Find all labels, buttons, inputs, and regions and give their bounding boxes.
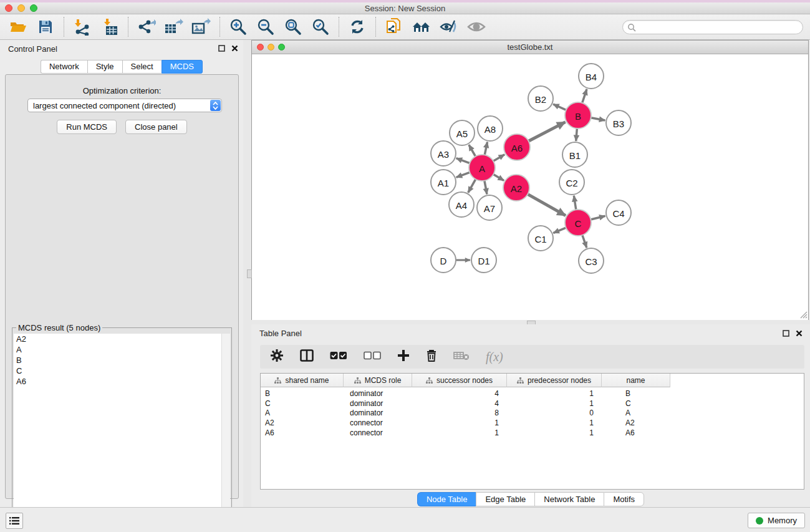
float-panel-icon[interactable] <box>783 330 789 337</box>
deselect-all-checkboxes-icon[interactable] <box>364 351 381 362</box>
splitpane-divider-handle[interactable] <box>247 269 252 278</box>
node-A8[interactable]: A8 <box>478 116 503 141</box>
run-mcds-button[interactable]: Run MCDS <box>57 120 117 134</box>
column-header-successor-nodes[interactable]: successor nodes <box>412 374 507 387</box>
node-A7[interactable]: A7 <box>477 195 502 220</box>
cell-predecessor-nodes[interactable]: 1 <box>507 418 602 428</box>
node-D1[interactable]: D1 <box>471 248 496 273</box>
node-B4[interactable]: B4 <box>579 64 604 89</box>
tab-motifs[interactable]: Motifs <box>604 492 644 506</box>
table-row[interactable]: Adominator80A <box>261 408 670 418</box>
function-builder-icon[interactable]: f(x) <box>486 350 503 364</box>
cell-predecessor-nodes[interactable]: 1 <box>507 428 602 438</box>
cell-shared-name[interactable]: A6 <box>261 428 344 438</box>
result-list-item[interactable]: C <box>14 365 223 376</box>
criterion-dropdown[interactable]: largest connected component (directed) <box>27 99 222 112</box>
zoom-out-icon[interactable] <box>255 17 276 37</box>
open-file-icon[interactable] <box>7 17 29 37</box>
cell-MCDS-role[interactable]: connector <box>344 418 412 428</box>
edge-A-A5[interactable] <box>469 145 476 157</box>
node-A2[interactable]: A2 <box>503 175 529 201</box>
cell-name[interactable]: C <box>602 399 670 409</box>
edge-A-A8[interactable] <box>485 142 487 155</box>
network-window-titlebar[interactable]: testGlobe.txt <box>252 41 808 54</box>
edge-A-A7[interactable] <box>485 181 487 195</box>
close-panel-icon[interactable] <box>796 330 803 337</box>
result-scrollbar[interactable] <box>221 334 230 532</box>
cell-name[interactable]: A6 <box>602 428 670 438</box>
memory-button[interactable]: Memory <box>748 513 805 528</box>
export-table-icon[interactable] <box>163 17 185 37</box>
close-panel-button[interactable]: Close panel <box>125 120 187 134</box>
cell-name[interactable]: B <box>602 389 670 399</box>
cell-shared-name[interactable]: A2 <box>261 418 344 428</box>
node-A4[interactable]: A4 <box>449 192 474 217</box>
edge-C-C4[interactable] <box>591 216 605 220</box>
node-A5[interactable]: A5 <box>450 120 475 145</box>
table-row[interactable]: A2connector11A2 <box>261 418 670 428</box>
edge-A-A6[interactable] <box>493 155 504 162</box>
mcds-result-list[interactable]: A2ABCA6 <box>14 334 223 532</box>
show-task-history-button[interactable] <box>6 513 23 529</box>
cell-name[interactable]: A2 <box>602 418 670 428</box>
edge-B-B4[interactable] <box>582 89 587 103</box>
tab-mcds[interactable]: MCDS <box>162 60 203 74</box>
cell-name[interactable]: A <box>602 408 670 418</box>
table-row[interactable]: Bdominator41B <box>261 389 670 399</box>
column-layout-icon[interactable] <box>300 349 314 364</box>
node-A[interactable]: A <box>469 155 495 181</box>
edge-A-A3[interactable] <box>456 158 470 163</box>
refresh-icon[interactable] <box>347 17 368 37</box>
table-row[interactable]: Cdominator41C <box>261 399 670 409</box>
edge-A6-B[interactable] <box>529 122 566 142</box>
search-input[interactable] <box>636 22 803 32</box>
node-A6[interactable]: A6 <box>504 134 530 160</box>
node-B3[interactable]: B3 <box>606 110 631 135</box>
edge-B-B2[interactable] <box>553 104 566 110</box>
node-C[interactable]: C <box>565 210 591 236</box>
titlebar[interactable]: Session: New Session <box>0 2 810 14</box>
node-A3[interactable]: A3 <box>431 141 456 166</box>
result-list-item[interactable]: A <box>14 344 223 355</box>
settings-gear-icon[interactable] <box>270 349 284 365</box>
import-network-icon[interactable] <box>72 17 93 37</box>
node-B[interactable]: B <box>565 102 591 128</box>
cell-MCDS-role[interactable]: dominator <box>344 399 412 409</box>
node-B2[interactable]: B2 <box>528 86 553 111</box>
node-C4[interactable]: C4 <box>606 200 631 225</box>
node-table[interactable]: shared nameMCDS rolesuccessor nodesprede… <box>260 373 804 490</box>
cell-predecessor-nodes[interactable]: 1 <box>507 389 602 399</box>
cell-successor-nodes[interactable]: 8 <box>412 408 507 418</box>
node-C1[interactable]: C1 <box>528 226 553 251</box>
result-list-item[interactable]: A6 <box>14 376 223 387</box>
save-session-icon[interactable] <box>35 17 56 37</box>
edge-A-A1[interactable] <box>456 172 470 177</box>
select-all-checkboxes-icon[interactable] <box>330 351 347 362</box>
column-header-name[interactable]: name <box>602 374 670 387</box>
node-B1[interactable]: B1 <box>562 142 587 167</box>
edge-C-C1[interactable] <box>553 228 566 233</box>
cell-MCDS-role[interactable]: connector <box>344 428 412 438</box>
result-list-item[interactable]: B <box>14 355 223 365</box>
tab-network[interactable]: Network <box>41 60 87 74</box>
edge-C-C3[interactable] <box>582 235 587 248</box>
zoom-fit-icon[interactable] <box>282 17 304 37</box>
column-header-predecessor-nodes[interactable]: predecessor nodes <box>507 374 602 387</box>
tab-node-table[interactable]: Node Table <box>417 492 476 506</box>
cell-predecessor-nodes[interactable]: 1 <box>507 399 602 409</box>
delete-table-icon[interactable] <box>453 351 470 363</box>
cell-shared-name[interactable]: A <box>261 408 344 418</box>
export-network-icon[interactable] <box>136 17 157 37</box>
tab-network-table[interactable]: Network Table <box>534 492 604 506</box>
resize-grip-icon[interactable] <box>800 311 808 319</box>
cell-successor-nodes[interactable]: 4 <box>412 389 507 399</box>
table-row[interactable]: A6connector11A6 <box>261 428 670 438</box>
zoom-in-icon[interactable] <box>228 17 249 37</box>
edge-B-B3[interactable] <box>591 118 605 120</box>
network-graph-canvas[interactable]: B4B2BB3A5A8A6A3B1AA1C2A2A4A7C4CC1C3DD1 <box>252 54 808 320</box>
tab-style[interactable]: Style <box>87 60 122 74</box>
edge-A-A2[interactable] <box>493 175 504 181</box>
create-column-icon[interactable] <box>397 349 410 364</box>
cybrowser-home-icon[interactable] <box>411 17 432 37</box>
column-header-shared-name[interactable]: shared name <box>261 374 344 387</box>
